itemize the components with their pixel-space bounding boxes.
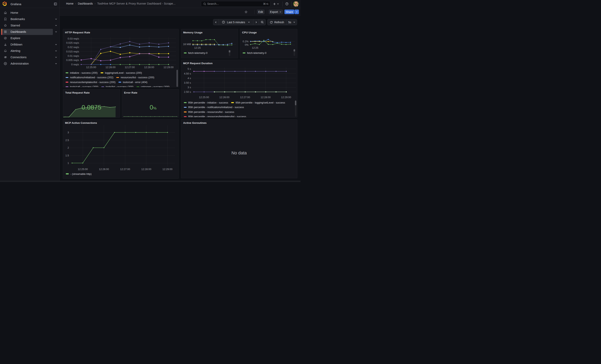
svg-text:4 s: 4 s xyxy=(187,77,191,79)
svg-text:2.5: 2.5 xyxy=(65,138,69,141)
svg-text:12:25: 12:25 xyxy=(194,46,201,49)
svg-text:12:25:00: 12:25:00 xyxy=(78,168,88,171)
svg-text:12:28:00: 12:28:00 xyxy=(141,168,151,171)
svg-text:12:25:00: 12:25:00 xyxy=(199,96,209,99)
svg-text:0.005 req/s: 0.005 req/s xyxy=(66,59,79,62)
svg-text:0.025 req/s: 0.025 req/s xyxy=(66,41,79,44)
svg-text:12:29:00: 12:29:00 xyxy=(281,96,291,99)
svg-text:12:26:00: 12:26:00 xyxy=(219,96,229,99)
svg-text:12:29:00: 12:29:00 xyxy=(164,66,174,69)
svg-text:12:27:00: 12:27:00 xyxy=(240,96,250,99)
svg-text:0.015 req/s: 0.015 req/s xyxy=(66,50,79,53)
svg-text:12:29:00: 12:29:00 xyxy=(162,168,172,171)
svg-text:3.50 s: 3.50 s xyxy=(184,81,191,84)
svg-text:0 req/s: 0 req/s xyxy=(71,63,79,66)
svg-text:1: 1 xyxy=(68,162,69,165)
svg-text:3: 3 xyxy=(68,131,69,134)
svg-text:0.02 req/s: 0.02 req/s xyxy=(68,46,79,49)
svg-text:12:27:00: 12:27:00 xyxy=(125,66,135,69)
svg-text:12:25:00: 12:25:00 xyxy=(86,66,96,69)
svg-text:0%: 0% xyxy=(245,43,249,46)
svg-text:0.2%: 0.2% xyxy=(243,40,249,43)
svg-text:5 s: 5 s xyxy=(187,67,191,70)
svg-text:0.01 req/s: 0.01 req/s xyxy=(68,54,79,57)
svg-text:12:27:00: 12:27:00 xyxy=(120,168,130,171)
svg-text:12:28:00: 12:28:00 xyxy=(260,96,271,99)
svg-text:12:25: 12:25 xyxy=(252,46,258,49)
svg-text:2.50 s: 2.50 s xyxy=(184,90,191,93)
svg-text:2: 2 xyxy=(68,146,69,149)
svg-text:12:26:00: 12:26:00 xyxy=(99,168,109,171)
svg-text:3 s: 3 s xyxy=(187,86,191,89)
svg-text:1.5: 1.5 xyxy=(65,154,69,157)
svg-text:0.03 req/s: 0.03 req/s xyxy=(68,37,79,40)
svg-text:16 MiB: 16 MiB xyxy=(183,42,191,46)
svg-text:12:28:00: 12:28:00 xyxy=(144,66,154,69)
svg-text:12:26:00: 12:26:00 xyxy=(106,66,116,69)
svg-text:4.50 s: 4.50 s xyxy=(184,72,191,75)
